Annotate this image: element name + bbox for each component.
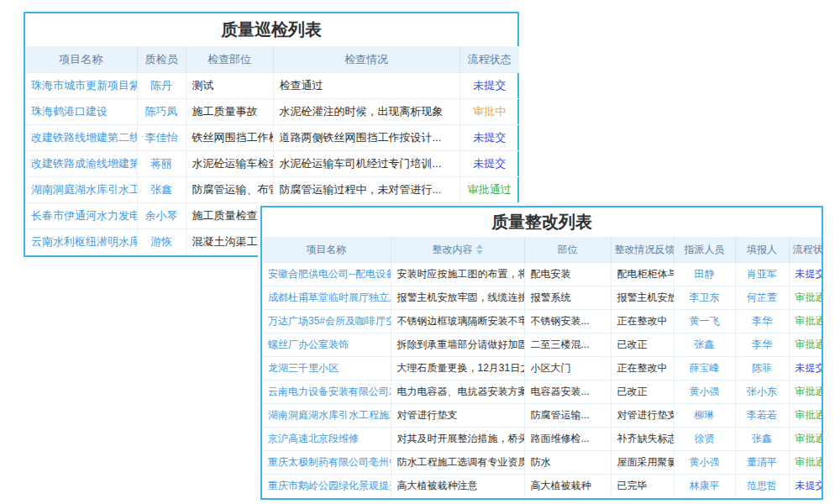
- inspector-link[interactable]: 陈丹: [137, 73, 186, 99]
- sort-desc-caret[interactable]: [476, 250, 483, 255]
- project-name-link[interactable]: 珠海鹤港口建设: [25, 99, 137, 125]
- project-name-link[interactable]: 长春市伊通河水力发电...: [25, 203, 137, 229]
- inspector-link[interactable]: 张鑫: [137, 177, 186, 203]
- project-name-link[interactable]: 重庆太极制药有限公司亳州中...: [262, 451, 391, 475]
- project-name-link[interactable]: 龙湖三千里小区: [262, 357, 391, 381]
- table-row: 龙湖三千里小区大理石质量更换，12月31日之...小区大门正在整改中薛宝峰陈菲未…: [262, 357, 822, 381]
- column-header[interactable]: 整改内容: [391, 237, 524, 263]
- status-badge: 审批通过: [789, 404, 822, 428]
- table-row: 成都杜甫草堂临时展厅独立展...报警主机安放牢固，线缆连接...报警系统报警主机…: [262, 286, 822, 310]
- feedback-cell: 已改正: [611, 381, 674, 404]
- assignee-link[interactable]: 黄小强: [674, 381, 735, 404]
- column-header: 流程状态: [789, 237, 822, 263]
- status-badge: 未提交: [459, 125, 519, 151]
- project-name-link[interactable]: 湖南洞庭湖水库引水工...: [25, 177, 137, 203]
- assignee-link[interactable]: 李卫东: [674, 286, 735, 310]
- feedback-cell: 补齐缺失标志...: [611, 428, 674, 451]
- check-situation-cell: 水泥砼灌注的时候，出现离析现象: [273, 99, 459, 125]
- reporter-link[interactable]: 李华: [735, 310, 789, 333]
- part-cell: 不锈钢安装...: [524, 310, 611, 333]
- part-cell: 防腐管运输...: [524, 404, 611, 428]
- reporter-link[interactable]: 范思哲: [735, 475, 789, 498]
- part-cell: 防水: [524, 451, 611, 475]
- feedback-cell: 对管进行垫支: [611, 404, 674, 428]
- rectify-content-cell: 拆除到承重墙部分请做好加固...: [391, 333, 524, 357]
- reporter-link[interactable]: 李华: [735, 333, 789, 357]
- project-name-link[interactable]: 京沪高速北京段维修: [262, 428, 391, 451]
- status-badge: 审批通过: [789, 451, 822, 475]
- assignee-link[interactable]: 徐贤: [674, 428, 735, 451]
- reporter-link[interactable]: 陈菲: [735, 357, 789, 381]
- project-name-link[interactable]: 湖南洞庭湖水库引水工程施工I标: [262, 404, 391, 428]
- column-header: 指派人员: [674, 237, 735, 263]
- check-part-cell: 防腐管运输、布管: [186, 177, 273, 203]
- column-header: 项目名称: [25, 46, 137, 73]
- status-badge: 审批通过: [459, 177, 519, 203]
- column-header-label: 项目名称: [59, 53, 102, 66]
- table-row: 云南电力设备安装有限公司20...电力电容器、电抗器安装方案,...电容器安装.…: [262, 381, 822, 404]
- project-name-link[interactable]: 安徽合肥供电公司--配电设备...: [262, 263, 391, 286]
- column-header: 填报人: [735, 237, 789, 263]
- column-header-label: 填报人: [747, 244, 777, 255]
- reporter-link[interactable]: 董清平: [735, 451, 789, 475]
- assignee-link[interactable]: 林康平: [674, 475, 735, 498]
- column-header: 质检员: [137, 46, 186, 73]
- table-row: 珠海鹤港口建设陈巧凤施工质量事故水泥砼灌注的时候，出现离析现象审批中: [25, 99, 519, 125]
- status-badge: 审批中: [459, 99, 519, 125]
- column-header-label: 指派人员: [685, 244, 725, 255]
- rectify-content-cell: 不锈钢边框玻璃隔断安装不牢...: [391, 310, 524, 333]
- project-name-link[interactable]: 螺丝厂办公室装饰: [262, 333, 391, 357]
- inspector-link[interactable]: 游恢: [137, 229, 186, 255]
- reporter-link[interactable]: 何芷萱: [735, 286, 789, 310]
- sort-icon[interactable]: [476, 244, 483, 255]
- project-name-link[interactable]: 改建铁路成渝线增建第...: [25, 151, 137, 177]
- table-row: 安徽合肥供电公司--配电设备...安装时应按施工图的布置，将...配电安装配电柜…: [262, 263, 822, 286]
- header-row: 项目名称整改内容部位整改情况反馈指派人员填报人流程状态: [262, 237, 822, 263]
- rectify-content-cell: 电力电容器、电抗器安装方案,...: [391, 381, 524, 404]
- inspector-link[interactable]: 陈巧凤: [137, 99, 186, 125]
- assignee-link[interactable]: 黄小强: [674, 451, 735, 475]
- inspector-link[interactable]: 李佳怡: [137, 125, 186, 151]
- assignee-link[interactable]: 薛宝峰: [674, 357, 735, 381]
- sort-asc-caret[interactable]: [476, 244, 483, 249]
- status-badge: 未提交: [459, 73, 519, 99]
- reporter-link[interactable]: 李若若: [735, 404, 789, 428]
- column-header-label: 整改内容: [433, 244, 473, 255]
- project-name-link[interactable]: 珠海市城市更新项目紫...: [25, 73, 137, 99]
- project-name-link[interactable]: 云南水利枢纽潜明水库...: [25, 229, 137, 255]
- column-header: 检查部位: [186, 46, 273, 73]
- table-row: 螺丝厂办公室装饰拆除到承重墙部分请做好加固...二至三楼混...已改正张鑫李华审…: [262, 333, 822, 357]
- table-row: 重庆太极制药有限公司亳州中...防水工程施工选调有专业资质...防水屋面采用聚氯…: [262, 451, 822, 475]
- status-badge: 审批通过: [789, 428, 822, 451]
- check-part-cell: 测试: [186, 73, 273, 99]
- reporter-link[interactable]: 肖亚军: [735, 263, 789, 286]
- inspector-link[interactable]: 蒋丽: [137, 151, 186, 177]
- column-header-label: 整改情况反馈: [615, 244, 675, 255]
- project-name-link[interactable]: 万达广场35#会所及咖啡厅空...: [262, 310, 391, 333]
- feedback-cell: 正在整改中: [611, 310, 674, 333]
- table-row: 万达广场35#会所及咖啡厅空...不锈钢边框玻璃隔断安装不牢...不锈钢安装..…: [262, 310, 822, 333]
- table-row: 改建铁路成渝线增建第...蒋丽水泥砼运输车检查水泥砼运输车司机经过专门培训...…: [25, 151, 519, 177]
- reporter-link[interactable]: 张小东: [735, 381, 789, 404]
- assignee-link[interactable]: 柳琳: [674, 404, 735, 428]
- rectification-table-title: 质量整改列表: [262, 207, 822, 237]
- reporter-link[interactable]: 张鑫: [735, 428, 789, 451]
- feedback-cell: 正在整改中: [611, 357, 674, 381]
- column-header: 流程状态: [459, 46, 519, 73]
- status-badge: 审批通过: [789, 310, 822, 333]
- part-cell: 高大植被栽种: [524, 475, 611, 498]
- part-cell: 路面维修检...: [524, 428, 611, 451]
- rectify-content-cell: 高大植被栽种注意: [391, 475, 524, 498]
- project-name-link[interactable]: 云南电力设备安装有限公司20...: [262, 381, 391, 404]
- assignee-link[interactable]: 田静: [674, 263, 735, 286]
- project-name-link[interactable]: 成都杜甫草堂临时展厅独立展...: [262, 286, 391, 310]
- inspector-link[interactable]: 余小琴: [137, 203, 186, 229]
- status-badge: 未提交: [789, 263, 822, 286]
- project-name-link[interactable]: 重庆市鹅岭公园绿化景观提升...: [262, 475, 391, 498]
- table-row: 改建铁路线增建第二线...李佳怡铁丝网围挡工作检查道路两侧铁丝网围挡工作按设计.…: [25, 125, 519, 151]
- status-badge: 未提交: [459, 151, 519, 177]
- assignee-link[interactable]: 黄一飞: [674, 310, 735, 333]
- assignee-link[interactable]: 张鑫: [674, 333, 735, 357]
- project-name-link[interactable]: 改建铁路线增建第二线...: [25, 125, 137, 151]
- part-cell: 配电安装: [524, 263, 611, 286]
